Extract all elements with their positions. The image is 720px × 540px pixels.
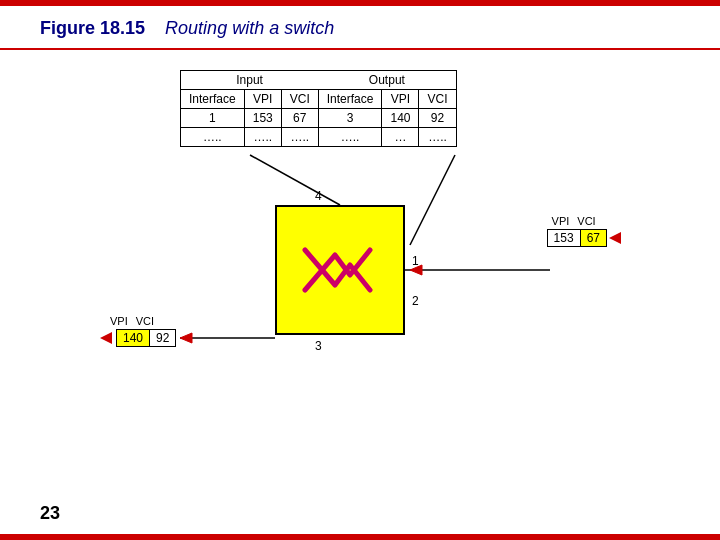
col-vci-out: VCI bbox=[419, 90, 456, 109]
cell-dots-6: ….. bbox=[419, 128, 456, 147]
right-vpi-vci-box: 153 67 bbox=[547, 229, 625, 247]
diagram: 4 3 1 2 Input Output Interface bbox=[100, 60, 630, 460]
left-output-labels: VPI VCI 140 92 bbox=[100, 315, 176, 347]
right-input-arrow-icon bbox=[609, 230, 625, 246]
cell-dots-1: ….. bbox=[181, 128, 245, 147]
left-vpi-value: 140 bbox=[117, 330, 150, 346]
title-underline bbox=[0, 48, 720, 50]
col-interface-out: Interface bbox=[318, 90, 382, 109]
svg-text:2: 2 bbox=[412, 294, 419, 308]
left-vci-value: 92 bbox=[150, 330, 175, 346]
left-arrow-icon bbox=[100, 330, 116, 346]
bottom-border bbox=[0, 534, 720, 540]
cell-vpi-out-1: 140 bbox=[382, 109, 419, 128]
figure-title: Figure 18.15 Routing with a switch bbox=[40, 18, 334, 39]
right-vpi-value: 153 bbox=[548, 230, 581, 246]
svg-marker-7 bbox=[410, 265, 422, 275]
svg-line-0 bbox=[250, 155, 340, 205]
col-vpi-in: VPI bbox=[244, 90, 281, 109]
top-border bbox=[0, 0, 720, 6]
svg-marker-11 bbox=[609, 232, 621, 244]
cell-interface-in-1: 1 bbox=[181, 109, 245, 128]
table-row: 1 153 67 3 140 92 bbox=[181, 109, 457, 128]
cell-vci-out-1: 92 bbox=[419, 109, 456, 128]
col-vci-in: VCI bbox=[281, 90, 318, 109]
svg-line-2 bbox=[410, 155, 455, 245]
input-header: Input bbox=[181, 71, 319, 90]
page-number: 23 bbox=[40, 503, 60, 524]
left-vci-label: VCI bbox=[136, 315, 154, 327]
right-vpi-label: VPI bbox=[552, 215, 570, 227]
table-row-dots: ….. ….. ….. ….. … ….. bbox=[181, 128, 457, 147]
routing-symbol bbox=[300, 240, 380, 300]
col-vpi-out: VPI bbox=[382, 90, 419, 109]
output-header: Output bbox=[318, 71, 456, 90]
figure-label: Figure 18.15 bbox=[40, 18, 145, 38]
cell-dots-3: ….. bbox=[281, 128, 318, 147]
figure-caption: Routing with a switch bbox=[165, 18, 334, 38]
cell-dots-5: … bbox=[382, 128, 419, 147]
svg-text:1: 1 bbox=[412, 254, 419, 268]
right-vci-value: 67 bbox=[581, 230, 606, 246]
switch-box bbox=[275, 205, 405, 335]
cell-interface-out-1: 3 bbox=[318, 109, 382, 128]
col-interface-in: Interface bbox=[181, 90, 245, 109]
svg-marker-10 bbox=[100, 332, 112, 344]
svg-marker-4 bbox=[180, 333, 192, 343]
cell-vpi-in-1: 153 bbox=[244, 109, 281, 128]
cell-dots-2: ….. bbox=[244, 128, 281, 147]
left-vpi-vci-box: 140 92 bbox=[116, 329, 176, 347]
routing-table: Input Output Interface VPI VCI Interface… bbox=[180, 70, 457, 147]
svg-text:3: 3 bbox=[315, 339, 322, 353]
svg-text:4: 4 bbox=[315, 189, 322, 203]
cell-vci-in-1: 67 bbox=[281, 109, 318, 128]
left-vpi-label: VPI bbox=[110, 315, 128, 327]
right-input-labels: VPI VCI 153 67 bbox=[547, 215, 625, 247]
cell-dots-4: ….. bbox=[318, 128, 382, 147]
right-vci-label: VCI bbox=[577, 215, 595, 227]
